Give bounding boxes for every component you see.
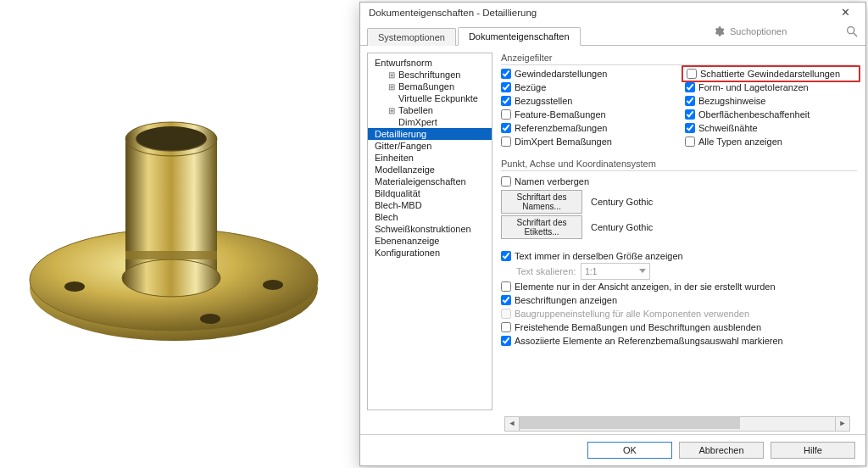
tree-item[interactable]: Schweißkonstruktionen [368,223,492,235]
tab-bar: Systemoptionen Dokumenteigenschaften [360,23,865,46]
dialog-title: Dokumenteigenschaften - Detaillierung [369,8,537,18]
svg-rect-9 [125,251,217,259]
model-viewport[interactable] [0,0,356,468]
brass-flange-part [17,102,339,356]
tree-item[interactable]: ⊞Beschriftungen [368,69,492,81]
coord-heading: Punkt, Achse und Koordinatensystem [501,159,857,171]
filter-checkbox[interactable]: Schweißnähte [685,121,857,135]
svg-point-4 [200,314,220,324]
highlighted-option: Schattierte Gewindedarstellungen [682,65,860,82]
tree-item-root[interactable]: Entwurfsnorm [368,57,492,69]
search-options [713,23,859,40]
close-icon[interactable]: ✕ [830,4,860,21]
tree-item[interactable]: ⊞DimXpert [368,116,492,128]
scroll-left-arrow[interactable]: ◄ [504,416,520,432]
scroll-thumb[interactable] [520,417,740,429]
tree-item[interactable]: Gitter/Fangen [368,140,492,152]
view-only-checkbox[interactable]: Elemente nur in der Ansicht anzeigen, in… [501,280,857,293]
label-font-value: Century Gothic [591,222,653,232]
horizontal-scrollbar[interactable]: ◄ ► [504,417,850,431]
tree-item[interactable]: Materialeigenschaften [368,176,492,187]
filter-checkbox[interactable]: Gewindedarstellungen [501,67,673,81]
svg-point-3 [263,280,283,290]
dialog-titlebar: Dokumenteigenschaften - Detaillierung ✕ [360,3,865,23]
ok-button[interactable]: OK [587,442,672,459]
filter-checkbox[interactable]: Referenzbemaßungen [501,121,673,135]
filter-checkbox[interactable]: Form- und Lagetoleranzen [685,81,857,94]
svg-line-11 [854,33,857,36]
text-scale-combo[interactable]: 1:1 [581,263,650,280]
search-icon[interactable] [845,25,859,38]
mark-assoc-checkbox[interactable]: Assoziierte Elemente an Referenzbemaßung… [501,334,857,348]
filter-checkbox[interactable]: Bezugshinweise [685,94,857,108]
search-input[interactable] [728,23,842,40]
hide-names-checkbox[interactable]: Namen verbergen [501,175,857,188]
svg-point-6 [122,259,220,297]
tree-item[interactable]: Einheiten [368,152,492,164]
tree-item-detailing[interactable]: Detaillierung [368,128,492,140]
tree-item[interactable]: Blech-MBD [368,199,492,211]
tree-item[interactable]: ⊞Virtuelle Eckpunkte [368,92,492,104]
tree-item[interactable]: Bildqualität [368,187,492,199]
category-tree[interactable]: Entwurfsnorm ⊞Beschriftungen ⊞Bemaßungen… [367,53,492,410]
scroll-right-arrow[interactable]: ► [835,416,850,432]
show-annotations-checkbox[interactable]: Beschriftungen anzeigen [501,293,857,307]
tree-item[interactable]: Ebenenanzeige [368,235,492,247]
help-button[interactable]: Hilfe [771,442,855,459]
detailing-settings-pane: Anzeigefilter Gewindedarstellungen Schat… [492,46,865,417]
filter-checkbox[interactable]: Bezüge [501,81,673,94]
filter-checkbox-shaded-threads[interactable]: Schattierte Gewindedarstellungen [687,67,855,81]
filter-checkbox[interactable]: Oberflächenbeschaffenheit [685,108,857,121]
same-size-checkbox[interactable]: Text immer in derselben Größe anzeigen [501,249,857,263]
name-font-value: Century Gothic [591,197,653,207]
name-font-button[interactable]: Schriftart des Namens... [501,190,582,214]
filter-checkbox[interactable]: Feature-Bemaßungen [501,108,673,121]
tab-system-options[interactable]: Systemoptionen [367,28,456,46]
tree-item[interactable]: Modellanzeige [368,164,492,176]
svg-point-10 [848,27,854,34]
svg-point-8 [136,126,207,152]
hide-detached-checkbox[interactable]: Freistehende Bemaßungen und Beschriftung… [501,320,857,334]
display-filter-heading: Anzeigefilter [501,53,857,65]
cancel-button[interactable]: Abbrechen [679,442,764,459]
filter-checkbox[interactable]: Bezugsstellen [501,94,673,108]
tree-item[interactable]: ⊞Tabellen [368,104,492,116]
filter-checkbox[interactable]: Alle Typen anzeigen [685,135,857,148]
tree-item[interactable]: ⊞Bemaßungen [368,81,492,92]
svg-point-2 [64,281,85,292]
tree-item[interactable]: Konfigurationen [368,247,492,259]
tree-item[interactable]: Blech [368,211,492,223]
text-scale-row: Text skalieren: 1:1 [516,263,857,280]
filter-checkbox[interactable]: DimXpert Bemaßungen [501,135,673,148]
dialog-button-row: OK Abbrechen Hilfe [360,434,865,465]
tab-document-properties[interactable]: Dokumenteigenschaften [458,27,581,46]
gear-icon[interactable] [713,25,725,37]
document-properties-dialog: Dokumenteigenschaften - Detaillierung ✕ … [359,2,866,466]
assembly-setting-checkbox: Baugruppeneinstellung für alle Komponent… [501,307,857,320]
label-font-button[interactable]: Schriftart des Etiketts... [501,215,582,239]
